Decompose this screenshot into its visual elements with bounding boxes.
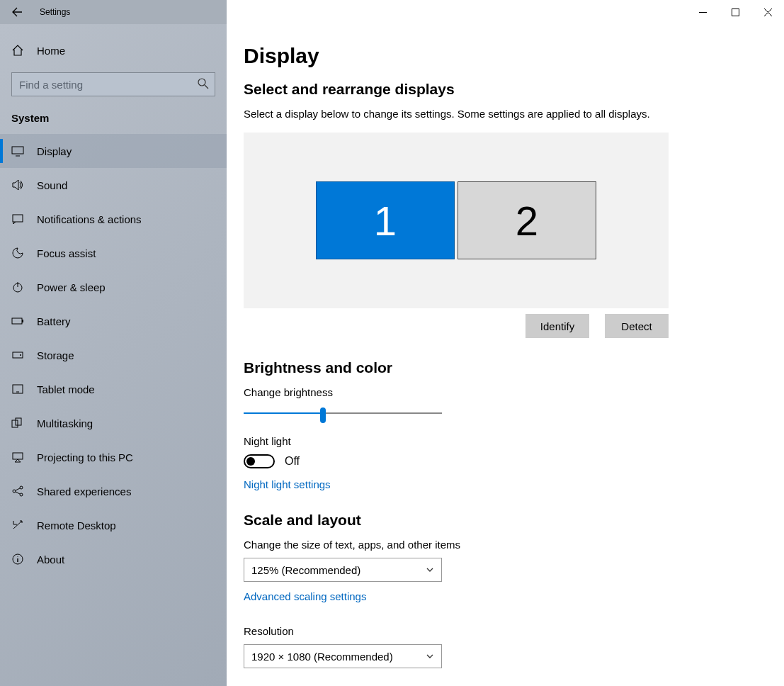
- svg-rect-11: [16, 418, 21, 425]
- arrange-heading: Select and rearrange displays: [244, 81, 784, 98]
- svg-rect-2: [12, 147, 23, 154]
- sidebar-item-projecting[interactable]: Projecting to this PC: [0, 440, 227, 474]
- svg-rect-0: [732, 9, 739, 16]
- scale-value: 125% (Recommended): [251, 564, 360, 576]
- minimize-button[interactable]: [686, 0, 719, 24]
- titlebar: Settings: [0, 0, 784, 24]
- slider-fill: [244, 412, 323, 414]
- resolution-value: 1920 × 1080 (Recommended): [251, 651, 393, 663]
- sidebar-item-label: Focus assist: [37, 247, 96, 259]
- svg-rect-5: [12, 318, 22, 324]
- home-icon: [11, 44, 24, 57]
- sidebar-item-battery[interactable]: Battery: [0, 304, 227, 338]
- scale-dropdown[interactable]: 125% (Recommended): [244, 558, 442, 582]
- advanced-scaling-link[interactable]: Advanced scaling settings: [244, 590, 366, 602]
- sound-icon: [11, 179, 24, 191]
- notifications-icon: [11, 213, 24, 225]
- brightness-heading: Brightness and color: [244, 359, 784, 376]
- minimize-icon: [699, 9, 707, 16]
- sidebar-item-shared-experiences[interactable]: Shared experiences: [0, 474, 227, 508]
- display-arrangement-area[interactable]: 1 2: [244, 133, 669, 308]
- resolution-label: Resolution: [244, 625, 784, 637]
- monitor-1[interactable]: 1: [316, 181, 455, 259]
- page-title: Display: [244, 44, 784, 68]
- arrange-helper-text: Select a display below to change its set…: [244, 108, 697, 120]
- monitor-2[interactable]: 2: [458, 181, 596, 259]
- maximize-button[interactable]: [719, 0, 751, 24]
- scale-label: Change the size of text, apps, and other…: [244, 539, 784, 551]
- sidebar-item-label: Display: [37, 145, 72, 157]
- display-icon: [11, 145, 24, 157]
- scale-heading: Scale and layout: [244, 512, 784, 529]
- maximize-icon: [732, 9, 739, 16]
- sidebar-item-label: Tablet mode: [37, 383, 95, 395]
- chevron-down-icon: [426, 652, 434, 660]
- sidebar-item-about[interactable]: About: [0, 542, 227, 576]
- sidebar-item-notifications[interactable]: Notifications & actions: [0, 202, 227, 236]
- sidebar-item-label: Storage: [37, 349, 74, 361]
- multitasking-icon: [11, 417, 24, 429]
- window-title: Settings: [34, 7, 70, 17]
- resolution-dropdown[interactable]: 1920 × 1080 (Recommended): [244, 644, 442, 668]
- main-content: Display Select and rearrange displays Se…: [227, 24, 784, 686]
- svg-point-8: [20, 354, 21, 356]
- chevron-down-icon: [426, 566, 434, 574]
- sidebar-item-remote-desktop[interactable]: Remote Desktop: [0, 508, 227, 542]
- brightness-slider[interactable]: [244, 405, 442, 422]
- sidebar-item-tablet-mode[interactable]: Tablet mode: [0, 372, 227, 406]
- search-icon: [197, 77, 210, 90]
- svg-rect-10: [12, 420, 18, 427]
- brightness-label: Change brightness: [244, 386, 784, 398]
- sidebar-item-multitasking[interactable]: Multitasking: [0, 406, 227, 440]
- svg-point-15: [20, 493, 23, 496]
- back-arrow-icon: [11, 6, 23, 18]
- sidebar-item-label: About: [37, 553, 64, 566]
- sidebar-item-label: Battery: [37, 315, 71, 327]
- home-label: Home: [37, 45, 65, 57]
- sidebar-group-label: System: [0, 108, 227, 134]
- svg-rect-3: [13, 215, 23, 222]
- svg-point-1: [198, 79, 205, 86]
- sidebar-item-storage[interactable]: Storage: [0, 338, 227, 372]
- sidebar-item-label: Sound: [37, 179, 67, 191]
- nightlight-settings-link[interactable]: Night light settings: [244, 478, 331, 490]
- sidebar-item-label: Shared experiences: [37, 485, 131, 497]
- storage-icon: [11, 349, 24, 361]
- nightlight-toggle[interactable]: [244, 454, 275, 468]
- sidebar-item-sound[interactable]: Sound: [0, 168, 227, 202]
- identify-button[interactable]: Identify: [525, 314, 589, 338]
- nightlight-state: Off: [285, 455, 300, 468]
- svg-point-13: [13, 490, 16, 493]
- home-button[interactable]: Home: [0, 34, 227, 67]
- shared-icon: [11, 485, 24, 497]
- focus-assist-icon: [11, 247, 24, 259]
- svg-point-14: [20, 486, 23, 489]
- power-icon: [11, 281, 24, 293]
- close-button[interactable]: [751, 0, 784, 24]
- close-icon: [764, 9, 772, 16]
- sidebar-item-display[interactable]: Display: [0, 134, 227, 168]
- search-input[interactable]: [11, 72, 215, 96]
- sidebar-item-label: Power & sleep: [37, 281, 106, 293]
- svg-rect-12: [13, 453, 23, 459]
- sidebar-item-label: Remote Desktop: [37, 519, 116, 532]
- sidebar-item-label: Multitasking: [37, 417, 93, 429]
- sidebar-item-label: Projecting to this PC: [37, 451, 133, 463]
- sidebar-item-power-sleep[interactable]: Power & sleep: [0, 270, 227, 304]
- detect-button[interactable]: Detect: [605, 314, 669, 338]
- projecting-icon: [11, 451, 24, 463]
- search-field[interactable]: [11, 72, 215, 96]
- nightlight-label: Night light: [244, 435, 784, 447]
- about-icon: [11, 553, 24, 566]
- remote-desktop-icon: [11, 519, 24, 532]
- sidebar-item-focus-assist[interactable]: Focus assist: [0, 236, 227, 270]
- tablet-icon: [11, 383, 24, 395]
- back-button[interactable]: [0, 0, 34, 24]
- battery-icon: [11, 315, 24, 327]
- slider-thumb[interactable]: [320, 407, 326, 423]
- sidebar-item-label: Notifications & actions: [37, 213, 142, 225]
- sidebar: Home System Display Sound: [0, 24, 227, 686]
- toggle-knob: [246, 457, 255, 466]
- svg-rect-6: [22, 320, 23, 322]
